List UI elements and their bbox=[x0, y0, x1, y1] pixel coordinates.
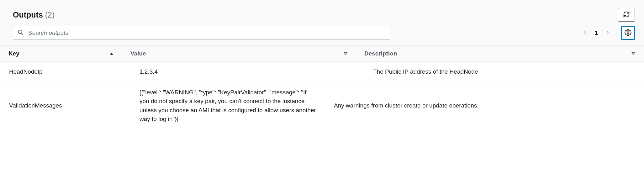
refresh-icon bbox=[623, 11, 630, 19]
table-row: ValidationMessages [{"level": "WARNING",… bbox=[0, 82, 644, 129]
column-header-key[interactable]: Key bbox=[0, 46, 122, 61]
sort-asc-icon bbox=[109, 51, 114, 56]
table-row: HeadNodeIp 1.2.3.4 The Public IP address… bbox=[0, 62, 644, 82]
sort-none-icon bbox=[631, 51, 636, 56]
column-header-description-label: Description bbox=[364, 50, 397, 57]
cell-value: [{"level": "WARNING", "type": "KeyPairVa… bbox=[122, 82, 326, 129]
search-wrapper bbox=[13, 26, 390, 40]
outputs-table: Key Value Description bbox=[0, 45, 644, 173]
svg-line-1 bbox=[22, 33, 23, 34]
chevron-right-icon bbox=[605, 29, 610, 37]
cell-key: ValidationMessages bbox=[0, 82, 122, 129]
cell-description: The Public IP address of the HeadNode bbox=[365, 62, 644, 82]
search-icon bbox=[17, 29, 24, 37]
svg-point-2 bbox=[627, 32, 629, 34]
pagination: 1 bbox=[582, 26, 635, 40]
svg-marker-5 bbox=[632, 53, 635, 55]
page-number: 1 bbox=[594, 29, 598, 36]
title-count: (2) bbox=[45, 10, 55, 19]
panel-header: Outputs (2) bbox=[0, 0, 644, 45]
cell-description: Any warnings from cluster create or upda… bbox=[326, 82, 644, 129]
cell-value: 1.2.3.4 bbox=[122, 62, 365, 82]
gear-icon bbox=[625, 29, 631, 37]
table-body: HeadNodeIp 1.2.3.4 The Public IP address… bbox=[0, 62, 644, 129]
table-header: Key Value Description bbox=[0, 45, 644, 62]
column-header-value-label: Value bbox=[130, 50, 146, 57]
next-page-button[interactable] bbox=[605, 29, 610, 37]
sort-none-icon bbox=[343, 51, 348, 56]
search-row: 1 bbox=[13, 26, 635, 40]
search-input[interactable] bbox=[13, 26, 390, 40]
panel-title: Outputs (2) bbox=[13, 10, 55, 19]
column-header-description[interactable]: Description bbox=[356, 46, 644, 61]
column-header-value[interactable]: Value bbox=[122, 46, 356, 61]
svg-marker-3 bbox=[110, 53, 113, 55]
cell-key: HeadNodeIp bbox=[0, 62, 122, 82]
title-row: Outputs (2) bbox=[13, 8, 635, 22]
prev-page-button[interactable] bbox=[582, 29, 588, 37]
refresh-button[interactable] bbox=[618, 8, 635, 22]
title-text: Outputs bbox=[13, 10, 43, 19]
chevron-left-icon bbox=[582, 29, 588, 37]
column-header-key-label: Key bbox=[8, 50, 19, 57]
outputs-panel: Outputs (2) bbox=[0, 0, 644, 173]
svg-marker-4 bbox=[344, 53, 347, 55]
settings-button[interactable] bbox=[621, 26, 635, 40]
